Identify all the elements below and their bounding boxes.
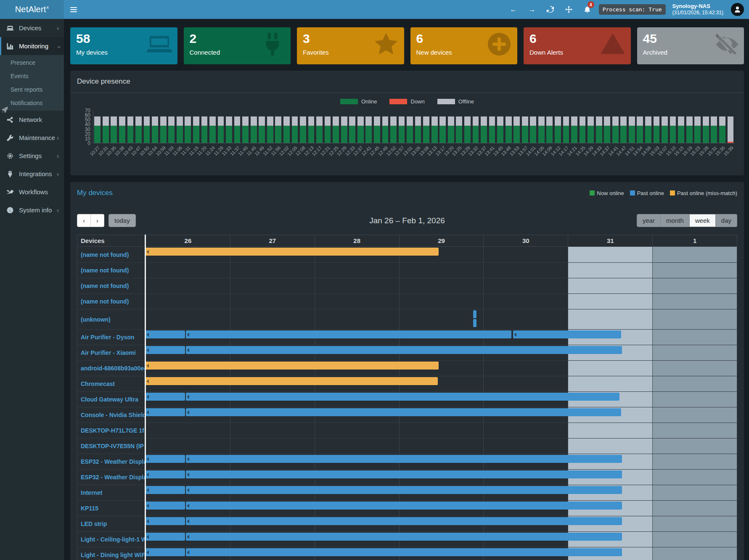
presence-event-bar-blue[interactable] xyxy=(146,486,185,494)
presence-event-bar-blue[interactable] xyxy=(186,455,622,463)
calendar-view-day-button[interactable]: day xyxy=(716,214,737,227)
summary-card-connected[interactable]: 2Connected xyxy=(184,27,291,64)
sidebar-subitem-notifications[interactable]: Notifications xyxy=(0,96,64,110)
presence-event-bar-blue[interactable] xyxy=(146,408,185,416)
notifications-button[interactable]: 4 xyxy=(580,0,595,19)
presence-event-bar-blue[interactable] xyxy=(186,548,622,556)
presence-segment-offline xyxy=(448,116,454,126)
calendar-next-button[interactable]: › xyxy=(91,214,104,227)
rocket-icon[interactable] xyxy=(1,106,8,115)
presence-event-bar-blue[interactable] xyxy=(186,486,622,494)
presence-segment-offline xyxy=(530,116,536,126)
move-button[interactable] xyxy=(562,0,576,19)
summary-card-down-alerts[interactable]: 6Down Alerts xyxy=(524,27,631,64)
device-name-link[interactable]: android-68608b93a00e4 xyxy=(77,361,146,376)
sidebar-subitem-events[interactable]: Events xyxy=(0,69,64,83)
presence-event-bar-orange[interactable] xyxy=(146,377,438,385)
calendar-view-year-button[interactable]: year xyxy=(637,214,661,227)
presence-bar xyxy=(259,111,265,143)
device-timeline xyxy=(146,345,737,360)
forward-arrow-button[interactable]: → xyxy=(525,0,539,19)
presence-bar xyxy=(374,111,380,143)
sidebar-subitem-presence[interactable]: Presence xyxy=(0,56,64,69)
app-logo[interactable]: NetAlert​x xyxy=(0,0,64,19)
device-name-link[interactable]: LED strip xyxy=(77,516,146,531)
process-scan-status: Process scan: True xyxy=(599,4,666,15)
presence-segment-offline xyxy=(506,116,512,126)
device-name-link[interactable]: Light - Ceiling-light-1 Wi xyxy=(77,532,146,547)
device-name-link[interactable]: (unknown) xyxy=(77,309,146,329)
sidebar-item-integrations[interactable]: Integrations‹ xyxy=(0,165,64,183)
sidebar-subitem-sent-reports[interactable]: Sent reports xyxy=(0,83,64,96)
presence-event-bar-blue[interactable] xyxy=(186,502,622,510)
device-name-link[interactable]: DESKTOP-IV7E55N (IP m xyxy=(77,438,146,454)
summary-card-favorites[interactable]: 3Favorites xyxy=(297,27,404,64)
presence-event-bar-blue[interactable] xyxy=(513,330,621,338)
presence-event-bar-blue[interactable] xyxy=(146,393,185,401)
device-name-link[interactable]: Internet xyxy=(77,485,146,500)
calendar-view-week-button[interactable]: week xyxy=(690,214,716,227)
sidebar: Devices‹Monitoring‹PresenceEventsSent re… xyxy=(0,19,64,560)
presence-legend: OnlineDownOffline xyxy=(77,95,737,110)
presence-event-bar-blue[interactable] xyxy=(186,408,621,416)
device-name-link[interactable]: (name not found) xyxy=(77,278,146,293)
presence-event-bar-blue[interactable] xyxy=(186,393,619,401)
presence-segment-online xyxy=(103,126,109,143)
presence-event-bar-blue[interactable] xyxy=(146,502,185,510)
sidebar-toggle-button[interactable] xyxy=(64,0,83,19)
calendar-today-button[interactable]: today xyxy=(109,214,136,227)
summary-card-new-devices[interactable]: 6New devices xyxy=(410,27,518,64)
device-name-link[interactable]: Air Purifier - Dyson xyxy=(77,330,146,345)
sidebar-item-label: Monitoring xyxy=(19,42,48,50)
summary-card-my-devices[interactable]: 58My devices xyxy=(70,27,177,64)
device-name-link[interactable]: KP115 xyxy=(77,501,146,516)
sidebar-item-maintenance[interactable]: Maintenance‹ xyxy=(0,129,64,147)
device-name-link[interactable]: ESP32 - Weather Display xyxy=(77,470,146,485)
device-name-link[interactable]: (name not found) xyxy=(77,294,146,309)
presence-bar xyxy=(711,111,717,143)
presence-event-bar-blue[interactable] xyxy=(186,517,622,525)
device-name-link[interactable]: Chromecast xyxy=(77,376,146,391)
device-name-link[interactable]: (name not found) xyxy=(77,247,146,262)
sidebar-item-system-info[interactable]: System info‹ xyxy=(0,201,64,219)
presence-event-bar-orange[interactable] xyxy=(146,362,439,370)
sidebar-item-devices[interactable]: Devices‹ xyxy=(0,19,64,37)
presence-event-bar-blue[interactable] xyxy=(146,470,185,478)
presence-segment-online xyxy=(506,126,512,143)
sidebar-item-network[interactable]: Network xyxy=(0,111,64,129)
refresh-button[interactable] xyxy=(543,0,558,19)
sidebar-item-settings[interactable]: Settings‹ xyxy=(0,147,64,165)
presence-segment-online xyxy=(670,126,676,143)
presence-event-bar-blue[interactable] xyxy=(186,330,511,338)
day-column-header: 28 xyxy=(315,235,399,246)
event-continues-icon xyxy=(146,410,149,415)
presence-event-bar-blue[interactable] xyxy=(146,548,185,556)
event-continues-icon xyxy=(187,348,189,352)
device-name-link[interactable]: Cloud Gateway Ultra xyxy=(77,392,146,407)
device-name-link[interactable]: Console - Nvidia Shield xyxy=(77,407,146,423)
sidebar-item-workflows[interactable]: Workflows xyxy=(0,183,64,201)
presence-event-bar-blue[interactable] xyxy=(146,517,185,525)
presence-event-bar-blue[interactable] xyxy=(186,533,622,541)
device-name-link[interactable]: (name not found) xyxy=(77,263,146,278)
presence-event-bar-blue[interactable] xyxy=(146,533,185,541)
presence-event-bar-orange[interactable] xyxy=(146,248,439,256)
presence-event-bar-blue[interactable] xyxy=(186,470,622,478)
calendar-view-month-button[interactable]: month xyxy=(661,214,690,227)
user-avatar[interactable] xyxy=(731,3,744,16)
presence-event-bar-blue[interactable] xyxy=(146,346,185,354)
presence-event-bar-blue[interactable] xyxy=(473,319,476,327)
presence-event-bar-blue[interactable] xyxy=(473,310,476,318)
sidebar-item-monitoring[interactable]: Monitoring‹ xyxy=(0,37,64,55)
calendar-prev-button[interactable]: ‹ xyxy=(77,214,91,227)
presence-event-bar-blue[interactable] xyxy=(146,455,185,463)
presence-event-bar-blue[interactable] xyxy=(146,330,185,338)
back-arrow-button[interactable]: ← xyxy=(506,0,521,19)
device-name-link[interactable]: DESKTOP-H71L7GE 1f:99 xyxy=(77,423,146,438)
event-continues-icon xyxy=(146,535,149,539)
device-name-link[interactable]: Light - Dining light WiFi xyxy=(77,547,146,560)
device-name-link[interactable]: Air Purifier - Xiaomi xyxy=(77,345,146,360)
device-name-link[interactable]: ESP32 - Weather Display xyxy=(77,454,146,469)
presence-event-bar-blue[interactable] xyxy=(186,346,622,354)
summary-card-archived[interactable]: 45Archived xyxy=(637,27,744,64)
